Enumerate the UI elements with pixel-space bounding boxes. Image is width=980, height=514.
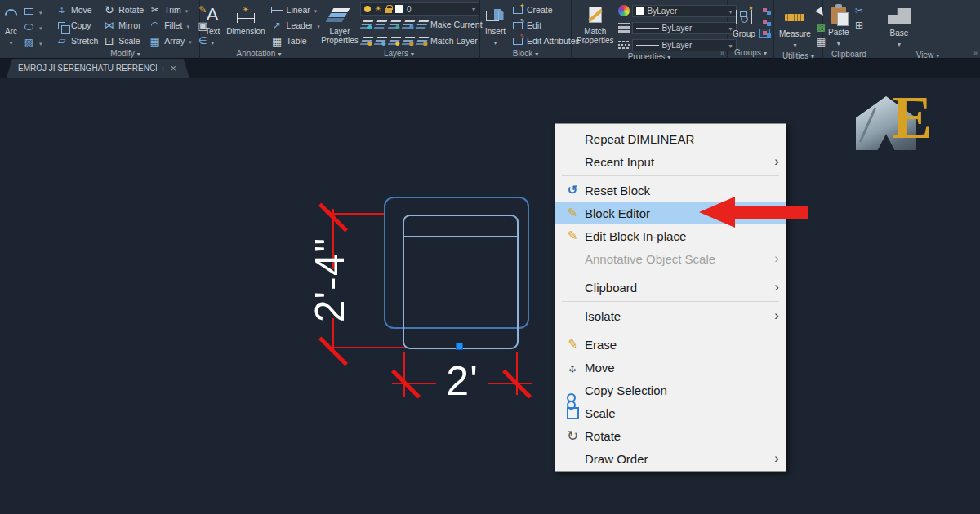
menu-item-recent-input[interactable]: Recent Input [555,150,786,173]
color-swatch [636,7,644,15]
insert-button[interactable]: Insert [483,2,508,49]
horizontal-dim-line[interactable] [392,383,436,384]
mirror-button[interactable]: Mirror [101,18,145,33]
vertical-dim-text[interactable]: 2'-4" [306,237,354,323]
layer-dropdown[interactable]: 0 ▾ [360,2,479,16]
group-selection-toggle[interactable] [760,29,770,38]
block-grip-handle[interactable] [456,343,463,350]
group-edit-button[interactable] [760,17,770,26]
panel-label-groups[interactable]: Groups [728,47,773,59]
erase-icon [560,337,585,352]
menu-item-rotate[interactable]: Rotate [555,424,786,447]
menu-item-reset-block[interactable]: Reset Block [555,179,786,202]
edit-block-in-place-icon [560,228,585,243]
panel-label-block[interactable]: Block [480,49,571,59]
menu-item-draw-order[interactable]: Draw Order [555,447,786,470]
menu-item-repeat-dimlinear[interactable]: Repeat DIMLINEAR [555,127,786,150]
copy-label: Copy [71,20,91,30]
panel-label-annotation[interactable]: Annotation [200,49,318,59]
vertical-dim-ext-bottom [333,347,405,348]
match-properties-button[interactable]: Match Properties [574,2,617,47]
chevron-down-icon [314,5,318,15]
chevron-down-icon [278,49,281,58]
cut-button[interactable] [853,4,866,16]
match-layer-button[interactable]: Match Layer [417,33,478,48]
layer-properties-label: Layer Properties [321,27,359,45]
layer-freeze-tool-icon[interactable] [388,20,402,29]
paste-button[interactable]: Paste [826,3,852,50]
stretch-label: Stretch [71,36,98,46]
scale-button[interactable]: Scale [101,33,145,48]
rotate-icon [560,428,585,445]
ellipse-button[interactable] [21,20,44,34]
base-button[interactable]: Base [885,4,913,51]
color-row: ByLayer [618,3,737,18]
panel-label-layers[interactable]: Layers [318,48,479,59]
chair-block-seat[interactable] [403,215,519,349]
panel-properties: Match Properties ByLayer ByLayer ByLayer [572,0,728,59]
panel-label-modify[interactable]: Modify [51,48,199,59]
menu-item-clipboard[interactable]: Clipboard [555,276,786,299]
paste-label: Paste [828,28,849,37]
rectangle-button[interactable] [21,4,44,19]
text-label: Text [205,27,220,36]
lineweight-dropdown[interactable]: ByLayer [632,22,737,34]
menu-item-isolate[interactable]: Isolate [555,304,786,327]
horizontal-dim-ext-left [403,352,405,397]
stretch-button[interactable]: Stretch [54,33,100,48]
copy-button[interactable]: Copy [54,18,100,33]
layer-isolate-icon[interactable] [360,20,374,29]
layer-edit-icon[interactable] [374,37,388,45]
arc-icon [2,6,20,23]
linetype-row: ByLayer [618,38,737,52]
linetype-dropdown[interactable]: ByLayer [632,39,737,51]
create-block-icon [513,7,523,14]
horizontal-dim-line[interactable] [488,383,532,384]
trim-button[interactable]: Trim [147,2,194,17]
menu-item-copy-selection[interactable]: Copy Selection [555,379,786,401]
horizontal-dim-text[interactable]: 2' [446,357,478,405]
move-button[interactable]: Move [54,2,100,17]
close-tab-icon[interactable] [171,63,176,74]
menu-item-edit-block-in-place[interactable]: Edit Block In-place [555,224,786,247]
hatch-icon [23,37,35,49]
object-color-dropdown[interactable]: ByLayer [632,5,737,17]
copy-clip-button[interactable] [853,19,866,31]
panel-label-clipboard[interactable]: Clipboard [823,50,875,59]
menu-item-erase[interactable]: Erase [555,333,786,356]
array-button[interactable]: Array [147,33,194,48]
arc-button[interactable]: Arc [2,2,20,49]
vertical-dim-ext-top [333,213,384,215]
layer-unisolate-icon[interactable] [374,20,388,29]
layer-properties-button[interactable]: Layer Properties [321,2,359,47]
menu-item-move[interactable]: Move [555,356,786,379]
panel-label-draw[interactable] [0,50,51,59]
leader-button[interactable]: Leader [270,18,322,33]
rotate-button[interactable]: Rotate [101,2,145,17]
menu-item-annotative-object-scale: Annotative Object Scale [555,247,786,270]
table-button[interactable]: Table [270,33,322,48]
layer-unlock-icon[interactable] [402,37,416,45]
panel-view: Base View [875,0,980,59]
linear-button[interactable]: Linear [270,2,322,17]
scale-label: Scale [118,36,140,46]
menu-item-scale[interactable]: Scale [555,401,786,424]
panel-block: Insert Create Edit Edit Attributes Block [480,0,572,59]
dimension-button[interactable]: Dimension [224,2,267,38]
menu-item-label: Recent Input [585,155,774,169]
measure-label: Measure [779,29,811,38]
fillet-button[interactable]: Fillet [147,18,194,33]
layer-lock-tool-icon[interactable] [402,20,416,29]
hatch-button[interactable] [21,35,44,50]
new-tab-button[interactable] [157,63,169,74]
vertical-dim-line[interactable] [332,318,334,351]
groups-panel-title: Groups [734,48,761,57]
text-button[interactable]: Text [203,2,222,49]
ungroup-button[interactable] [760,6,770,15]
make-current-button[interactable]: Make Current [417,17,483,32]
group-button[interactable]: ★ Group [730,5,758,40]
table-label: Table [287,36,307,46]
measure-button[interactable]: Measure [777,5,813,51]
layer-thaw-icon[interactable] [388,37,402,45]
layer-off-icon[interactable] [360,37,374,45]
